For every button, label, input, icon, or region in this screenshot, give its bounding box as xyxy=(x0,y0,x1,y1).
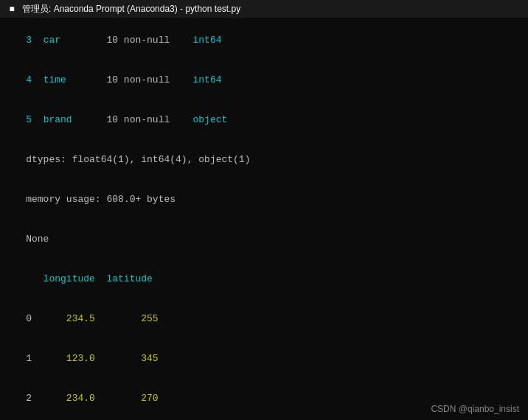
memory-line: memory usage: 608.0+ bytes xyxy=(3,180,525,220)
watermark: CSDN @qianbo_insist xyxy=(431,404,519,414)
terminal-body: 3 car 10 non-null int64 4 time 10 non-nu… xyxy=(0,18,528,420)
line-4: 4 time 10 non-null int64 xyxy=(3,60,525,100)
none-line: None xyxy=(3,220,525,259)
dtypes-line: dtypes: float64(1), int64(4), object(1) xyxy=(3,140,525,180)
window-icon: ■ xyxy=(6,3,18,15)
title-bar: ■ 管理员: Anaconda Prompt (Anaconda3) - pyt… xyxy=(0,0,528,18)
df-row-1: 1 123.0 345 xyxy=(3,339,525,379)
df-row-0: 0 234.5 255 xyxy=(3,299,525,339)
title-text: 管理员: Anaconda Prompt (Anaconda3) - pytho… xyxy=(22,3,240,15)
line-5: 5 brand 10 non-null object xyxy=(3,100,525,140)
df-header: longitude latitude xyxy=(3,259,525,299)
line-3: 3 car 10 non-null int64 xyxy=(3,21,525,60)
